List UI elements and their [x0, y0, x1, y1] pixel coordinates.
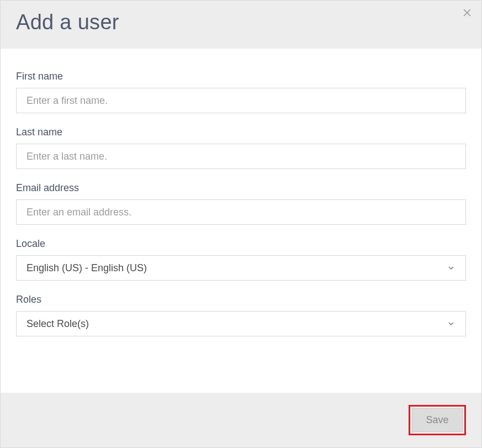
locale-label: Locale	[16, 238, 466, 250]
first-name-group: First name	[16, 71, 466, 113]
roles-label: Roles	[16, 294, 466, 305]
last-name-group: Last name	[16, 127, 466, 169]
modal-footer: Save	[1, 393, 481, 447]
email-label: Email address	[16, 182, 466, 194]
close-icon	[462, 7, 473, 18]
modal-header: Add a user	[1, 1, 481, 49]
locale-select[interactable]: English (US) - English (US)	[16, 255, 466, 281]
roles-placeholder: Select Role(s)	[27, 318, 89, 330]
chevron-down-icon	[447, 263, 455, 272]
modal-body: First name Last name Email address Local…	[1, 49, 481, 393]
modal-title: Add a user	[16, 10, 466, 34]
last-name-label: Last name	[16, 127, 466, 138]
last-name-field[interactable]	[16, 144, 466, 169]
email-group: Email address	[16, 182, 466, 225]
chevron-down-icon	[447, 319, 455, 328]
locale-selected-value: English (US) - English (US)	[27, 262, 147, 274]
add-user-modal: Add a user First name Last name Email ad…	[0, 0, 482, 448]
first-name-field[interactable]	[16, 88, 466, 113]
first-name-label: First name	[16, 71, 466, 82]
roles-group: Roles Select Role(s)	[16, 294, 466, 336]
save-button-highlight: Save	[409, 405, 466, 435]
roles-select[interactable]: Select Role(s)	[16, 311, 466, 336]
close-button[interactable]	[458, 4, 476, 22]
locale-group: Locale English (US) - English (US)	[16, 238, 466, 281]
email-field[interactable]	[16, 199, 466, 225]
save-button[interactable]: Save	[412, 408, 463, 432]
